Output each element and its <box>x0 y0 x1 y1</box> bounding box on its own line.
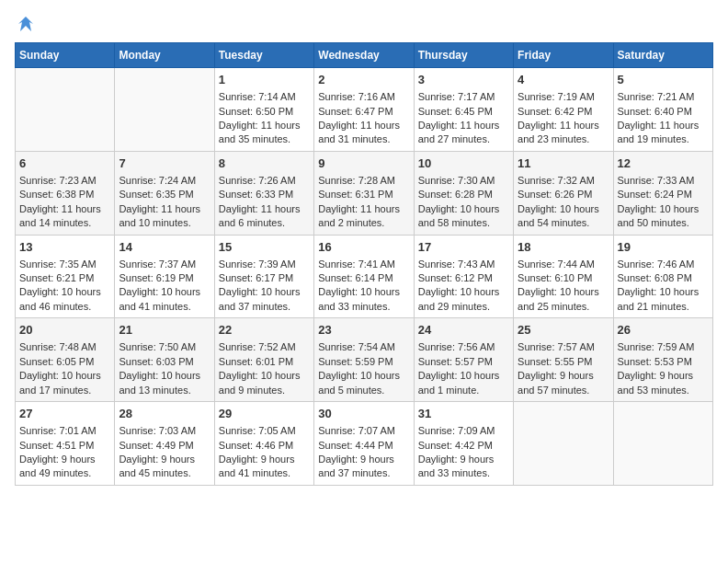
calendar-week-row: 20Sunrise: 7:48 AMSunset: 6:05 PMDayligh… <box>16 318 713 402</box>
day-info-line: Sunrise: 7:26 AM <box>219 174 310 188</box>
calendar-cell: 12Sunrise: 7:33 AMSunset: 6:24 PMDayligh… <box>613 151 712 235</box>
day-number: 11 <box>518 155 609 172</box>
page-header <box>15 15 713 33</box>
calendar-cell: 9Sunrise: 7:28 AMSunset: 6:31 PMDaylight… <box>314 151 414 235</box>
day-info-line: Daylight: 9 hours and 49 minutes. <box>19 453 110 481</box>
calendar-cell: 20Sunrise: 7:48 AMSunset: 6:05 PMDayligh… <box>16 318 115 402</box>
day-info-line: Sunrise: 7:39 AM <box>219 258 310 271</box>
day-info-line: Sunset: 6:38 PM <box>19 188 110 201</box>
calendar-cell <box>16 68 115 152</box>
day-header-wednesday: Wednesday <box>314 43 414 68</box>
calendar-cell: 7Sunrise: 7:24 AMSunset: 6:35 PMDaylight… <box>115 151 214 235</box>
day-info-line: Daylight: 10 hours and 41 minutes. <box>119 285 210 314</box>
calendar-cell: 16Sunrise: 7:41 AMSunset: 6:14 PMDayligh… <box>314 235 414 318</box>
calendar-cell <box>613 402 712 486</box>
day-info-line: Sunset: 6:21 PM <box>19 271 110 285</box>
day-number: 22 <box>219 322 310 339</box>
day-info-line: Sunset: 6:31 PM <box>318 188 409 201</box>
day-info-line: Sunrise: 7:23 AM <box>19 174 110 188</box>
day-info-line: Sunrise: 7:14 AM <box>219 90 310 104</box>
day-info-line: Daylight: 10 hours and 13 minutes. <box>119 369 210 397</box>
day-info-line: Sunrise: 7:33 AM <box>618 174 709 188</box>
calendar-cell: 30Sunrise: 7:07 AMSunset: 4:44 PMDayligh… <box>314 402 414 486</box>
day-info-line: Sunset: 5:55 PM <box>518 355 609 369</box>
day-info-line: Sunset: 6:19 PM <box>119 271 210 285</box>
day-number: 14 <box>119 239 210 256</box>
day-info-line: Sunset: 6:08 PM <box>618 271 709 285</box>
day-number: 3 <box>418 72 509 88</box>
day-number: 18 <box>518 239 609 256</box>
day-number: 30 <box>318 406 409 422</box>
day-header-thursday: Thursday <box>414 43 513 68</box>
calendar-cell: 28Sunrise: 7:03 AMSunset: 4:49 PMDayligh… <box>115 402 214 486</box>
day-number: 23 <box>318 322 409 339</box>
day-info-line: Sunrise: 7:35 AM <box>19 258 110 271</box>
day-number: 19 <box>618 239 709 256</box>
calendar-cell: 26Sunrise: 7:59 AMSunset: 5:53 PMDayligh… <box>613 318 712 402</box>
calendar-cell: 22Sunrise: 7:52 AMSunset: 6:01 PMDayligh… <box>214 318 313 402</box>
calendar-cell: 25Sunrise: 7:57 AMSunset: 5:55 PMDayligh… <box>514 318 613 402</box>
day-info-line: Sunrise: 7:59 AM <box>618 340 709 354</box>
day-info-line: Sunset: 5:53 PM <box>618 355 709 369</box>
day-number: 13 <box>19 239 110 256</box>
day-number: 29 <box>219 406 310 422</box>
day-info-line: Sunrise: 7:56 AM <box>418 340 509 354</box>
day-info-line: Sunset: 6:50 PM <box>219 105 310 119</box>
calendar-cell: 15Sunrise: 7:39 AMSunset: 6:17 PMDayligh… <box>214 235 313 318</box>
day-info-line: Sunset: 6:14 PM <box>318 271 409 285</box>
logo <box>15 15 35 33</box>
day-info-line: Daylight: 9 hours and 45 minutes. <box>119 453 210 481</box>
day-info-line: Sunrise: 7:48 AM <box>19 340 110 354</box>
day-number: 20 <box>19 322 110 339</box>
day-info-line: Sunrise: 7:46 AM <box>618 258 709 271</box>
day-number: 2 <box>318 72 409 88</box>
day-info-line: Daylight: 11 hours and 10 minutes. <box>119 202 210 231</box>
calendar-header-row: SundayMondayTuesdayWednesdayThursdayFrid… <box>16 43 713 68</box>
day-info-line: Daylight: 10 hours and 5 minutes. <box>318 369 409 397</box>
svg-marker-0 <box>18 17 33 31</box>
calendar-cell: 19Sunrise: 7:46 AMSunset: 6:08 PMDayligh… <box>613 235 712 318</box>
day-info-line: Daylight: 9 hours and 53 minutes. <box>618 369 709 397</box>
day-header-monday: Monday <box>115 43 214 68</box>
day-info-line: Sunrise: 7:41 AM <box>318 258 409 271</box>
day-info-line: Sunset: 6:10 PM <box>518 271 609 285</box>
calendar-cell: 31Sunrise: 7:09 AMSunset: 4:42 PMDayligh… <box>414 402 513 486</box>
day-info-line: Sunrise: 7:30 AM <box>418 174 509 188</box>
day-info-line: Sunrise: 7:52 AM <box>219 340 310 354</box>
day-info-line: Sunrise: 7:16 AM <box>318 90 409 104</box>
calendar-cell: 8Sunrise: 7:26 AMSunset: 6:33 PMDaylight… <box>214 151 313 235</box>
calendar-cell: 6Sunrise: 7:23 AMSunset: 6:38 PMDaylight… <box>16 151 115 235</box>
calendar-cell: 24Sunrise: 7:56 AMSunset: 5:57 PMDayligh… <box>414 318 513 402</box>
day-number: 4 <box>518 72 609 88</box>
day-info-line: Sunset: 6:12 PM <box>418 271 509 285</box>
calendar-cell: 29Sunrise: 7:05 AMSunset: 4:46 PMDayligh… <box>214 402 313 486</box>
day-number: 27 <box>19 406 110 422</box>
day-info-line: Daylight: 9 hours and 57 minutes. <box>518 369 609 397</box>
day-info-line: Sunset: 6:35 PM <box>119 188 210 201</box>
calendar-cell: 1Sunrise: 7:14 AMSunset: 6:50 PMDaylight… <box>214 68 313 152</box>
day-info-line: Daylight: 11 hours and 19 minutes. <box>618 119 709 147</box>
day-info-line: Daylight: 10 hours and 9 minutes. <box>219 369 310 397</box>
calendar-table: SundayMondayTuesdayWednesdayThursdayFrid… <box>15 42 713 486</box>
calendar-cell: 10Sunrise: 7:30 AMSunset: 6:28 PMDayligh… <box>414 151 513 235</box>
day-info-line: Sunset: 6:03 PM <box>119 355 210 369</box>
day-info-line: Sunrise: 7:54 AM <box>318 340 409 354</box>
day-info-line: Daylight: 10 hours and 29 minutes. <box>418 285 509 314</box>
day-info-line: Daylight: 11 hours and 31 minutes. <box>318 119 409 147</box>
calendar-cell: 3Sunrise: 7:17 AMSunset: 6:45 PMDaylight… <box>414 68 513 152</box>
calendar-cell: 27Sunrise: 7:01 AMSunset: 4:51 PMDayligh… <box>16 402 115 486</box>
day-number: 8 <box>219 155 310 172</box>
day-info-line: Daylight: 11 hours and 35 minutes. <box>219 119 310 147</box>
calendar-cell: 18Sunrise: 7:44 AMSunset: 6:10 PMDayligh… <box>514 235 613 318</box>
day-info-line: Sunset: 4:42 PM <box>418 439 509 453</box>
day-number: 17 <box>418 239 509 256</box>
day-info-line: Sunset: 5:59 PM <box>318 355 409 369</box>
day-info-line: Daylight: 10 hours and 1 minute. <box>418 369 509 397</box>
day-info-line: Sunrise: 7:43 AM <box>418 258 509 271</box>
day-header-friday: Friday <box>514 43 613 68</box>
day-info-line: Daylight: 11 hours and 14 minutes. <box>19 202 110 231</box>
calendar-cell: 13Sunrise: 7:35 AMSunset: 6:21 PMDayligh… <box>16 235 115 318</box>
day-info-line: Sunset: 4:46 PM <box>219 439 310 453</box>
day-info-line: Sunrise: 7:07 AM <box>318 424 409 438</box>
day-number: 5 <box>618 72 709 88</box>
